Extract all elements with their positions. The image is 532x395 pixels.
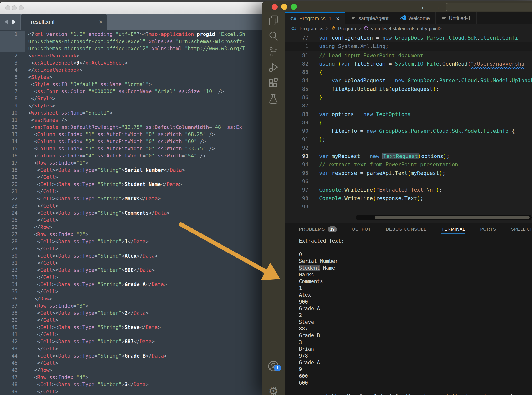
explorer-icon[interactable] [262,12,285,28]
line-number: 91 [285,135,308,144]
code-line: 90 FileInfo = new GroupDocs.Parser.Cloud… [285,127,532,135]
line-number: 29 [0,245,25,252]
breadcrumb-separator: > [359,26,361,32]
zoom-traffic-light[interactable] [19,5,24,11]
code-line: 96 [285,177,532,186]
code-line: 42 <Cell><Data ss:Type="Number">887</Dat… [0,338,266,345]
line-number [0,45,25,52]
testing-icon[interactable] [262,91,285,107]
line-number: 42 [0,338,25,345]
line-number: 11 [0,116,25,124]
terminal-line: 9 [299,366,532,373]
line-number: 93 [285,152,308,160]
minimize-traffic-light[interactable] [12,5,17,11]
tab-untitled-1[interactable]: Untitled-1 [436,12,477,24]
horizontal-scrollbar[interactable] [356,215,532,220]
code-line: 47 <Row ss:Index="4"> [0,374,266,381]
panel-tab-terminal[interactable]: TERMINAL [441,227,465,232]
close-tab-icon[interactable]: × [336,15,340,22]
terminal-line: Serial Number [299,258,532,264]
panel-tab-ports[interactable]: PORTS [480,227,496,232]
zoom-traffic-light[interactable] [291,4,297,10]
code-line: 31 </Cell> [0,259,266,267]
terminal-output[interactable]: Extracted Text: 0Serial NumberStudent Na… [299,237,532,395]
tab-nav-arrows[interactable] [0,14,21,30]
terminal-line: ○ nayyershahbaz@Mac ConsoleApp1 & /Users… [299,393,532,395]
code-line: 22 <Cell><Data ss:Type="String">Marks</D… [0,195,266,202]
terminal-line: 600 [299,373,532,379]
code-line: 1<?xml version="1.0" encoding="utf-8"?><… [0,31,266,38]
code-line: 15 <Column ss:Index="3" ss:AutoFitWidth=… [0,145,266,152]
left-window-titlebar [0,2,266,14]
tab-result-xml[interactable]: result.xml × [21,14,107,30]
vscode-logo-icon [400,15,406,22]
close-traffic-light[interactable] [272,4,278,10]
navigate-forward-icon[interactable]: → [433,3,440,11]
terminal-line: 1 [299,285,532,292]
tab-program-cs[interactable]: C# Program.cs 1 × [285,12,345,24]
line-number: 7 [0,88,25,95]
line-number: 47 [0,374,25,381]
source-control-icon[interactable] [262,44,285,60]
vscode-titlebar: ← → [262,1,532,12]
xml-code-area[interactable]: 1<?xml version="1.0" encoding="utf-8"?><… [0,30,266,395]
line-number: 1 [0,31,25,38]
breadcrumb-symbol[interactable]: Program [338,26,356,32]
tab-problem-count: 1 [329,16,332,22]
line-number: 77 [285,33,308,42]
code-line: 2<x:ExcelWorkbook> [0,52,266,59]
breadcrumb-file[interactable]: Program.cs [299,26,323,32]
problems-count-badge: 19 [328,226,337,232]
terminal-line: 0 [299,251,532,258]
panel-tab-spell-checker[interactable]: SPELL CHECKER [511,227,532,232]
code-line: 28 <Cell><Data ss:Type="Number">1</Data> [0,238,266,245]
command-center-searchbox[interactable] [446,3,532,11]
prev-tab-icon[interactable] [5,19,8,25]
tab-sampleagent[interactable]: sampleAgent [345,12,394,24]
panel-tab-output[interactable]: OUTPUT [352,227,371,232]
line-number: 1 [285,42,308,50]
code-line: 10<Worksheet ss:Name="Sheet1"> [0,109,266,116]
list-file-icon [441,15,446,22]
line-number: 43 [0,345,25,352]
code-line: 99 [285,203,532,211]
search-icon[interactable] [262,28,285,44]
extensions-icon[interactable] [262,75,285,91]
tab-label: result.xml [31,19,99,25]
code-line: 8 </Style> [0,95,266,102]
terminal-line: Grade A [299,305,532,312]
code-line: 14 <Column ss:Index="2" ss:AutoFitWidth=… [0,138,266,145]
line-number: 27 [0,231,25,238]
code-line: 18 <Cell><Data ss:Type="String">Serial N… [0,166,266,174]
run-debug-icon[interactable] [262,60,285,75]
line-number: 41 [0,331,25,338]
breadcrumb-entry-point[interactable]: <top-level-statements-entry-point> [371,26,442,32]
code-line: 45 </Cell> [0,360,266,367]
close-tab-icon[interactable]: × [99,19,102,25]
code-line: urn:schemas-microsoft-com:office:excel2"… [0,45,266,52]
line-number: 15 [0,145,25,152]
code-line: 26 </Row> [0,224,266,231]
tab-welcome[interactable]: Welcome [394,12,436,24]
line-number: 12 [0,124,25,131]
line-number: 31 [0,259,25,267]
account-icon[interactable]: 1 [262,358,285,374]
line-number: 82 [285,60,308,68]
breadcrumb-separator: > [326,26,328,32]
next-tab-icon[interactable] [12,19,16,25]
breadcrumb[interactable]: C# Program.cs > Program > <top-level-sta… [285,24,532,33]
line-number: 4 [0,66,25,74]
line-number: 14 [0,138,25,145]
line-number: 40 [0,324,25,331]
close-traffic-light[interactable] [5,5,10,11]
xml-editor-window: result.xml × 1<?xml version="1.0" encodi… [0,2,266,395]
csharp-code-editor[interactable]: 77var configuration = new GroupDocs.Pars… [285,33,532,223]
navigate-back-icon[interactable]: ← [421,3,427,11]
minimize-traffic-light[interactable] [281,4,287,10]
terminal-line: Brian [299,346,532,352]
left-tab-strip: result.xml × [0,14,266,30]
panel-tab-debug-console[interactable]: DEBUG CONSOLE [386,227,427,232]
panel-tab-problems[interactable]: PROBLEMS19 [299,226,337,232]
code-line: 91}; [285,135,532,144]
settings-gear-icon[interactable]: ⚙ [262,383,285,395]
